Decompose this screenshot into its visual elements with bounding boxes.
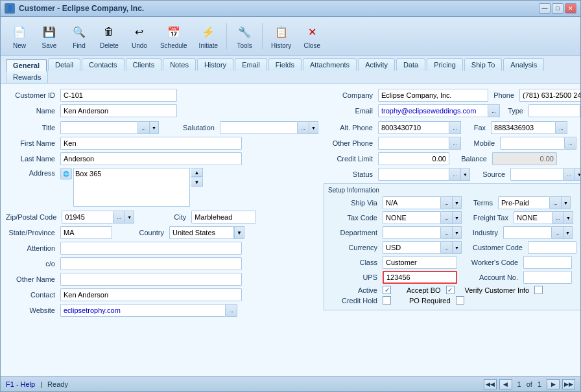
co-field[interactable] [60,257,242,270]
tab-analysis[interactable]: Analysis [503,58,544,71]
currency-dots-button[interactable]: ... [441,241,453,254]
minimize-button[interactable]: — [539,3,551,14]
state-field[interactable] [60,226,112,239]
address-field[interactable]: Box 365 [73,168,190,207]
mobile-dots-button[interactable]: ... [565,137,576,150]
status-dropdown-button[interactable]: ▼ [461,168,470,181]
po-required-checkbox[interactable] [456,296,464,305]
type-field[interactable] [528,104,580,117]
active-checkbox[interactable] [383,286,391,294]
country-dropdown-button[interactable]: ▼ [234,226,244,239]
nav-first-button[interactable]: ◀◀ [484,379,497,389]
nav-last-button[interactable]: ▶▶ [562,379,575,389]
title-field[interactable] [60,121,138,134]
other-name-field[interactable] [60,273,242,286]
other-phone-field[interactable] [378,137,449,150]
website-field[interactable] [60,304,226,317]
customer-id-field[interactable] [60,89,177,102]
tab-data[interactable]: Data [396,58,425,71]
contact-field[interactable] [60,288,242,301]
address-globe-button[interactable]: 🌐 [60,168,72,179]
email-goto-button[interactable]: ... [488,104,500,117]
maximize-button[interactable]: □ [552,3,563,14]
address-scroll-up[interactable]: ▲ [191,168,203,177]
title-dots-button[interactable]: ... [138,121,150,134]
terms-field[interactable] [498,196,550,209]
status-field[interactable] [378,168,449,181]
tab-contacts[interactable]: Contacts [82,58,124,71]
currency-field[interactable] [383,241,441,254]
salutation-dots-button[interactable]: ... [298,121,309,134]
status-dots-button[interactable]: ... [449,168,461,181]
ups-field[interactable] [383,271,457,284]
tools-button[interactable]: 🔧 Tools [231,19,258,52]
freight-tax-dots-button[interactable]: ... [552,211,564,224]
website-goto-button[interactable]: ... [226,304,237,317]
fax-field[interactable] [491,121,556,134]
tab-email[interactable]: Email [235,58,267,71]
currency-dropdown-button[interactable]: ▼ [453,241,462,254]
department-field[interactable] [383,226,441,239]
terms-dropdown-button[interactable]: ▼ [562,196,571,209]
tab-rewards[interactable]: Rewards [6,71,48,83]
tab-ship-to[interactable]: Ship To [464,58,503,71]
industry-field[interactable] [503,226,552,239]
name-field[interactable] [60,104,177,117]
tab-detail[interactable]: Detail [48,58,80,71]
tab-attachments[interactable]: Attachments [303,58,357,71]
salutation-dropdown-button[interactable]: ▼ [309,121,318,134]
last-name-field[interactable] [60,152,242,165]
ship-via-field[interactable] [383,196,441,209]
company-field[interactable] [378,89,488,102]
nav-next-button[interactable]: ▶ [547,379,560,389]
industry-dots-button[interactable]: ... [552,226,563,239]
class-field[interactable] [383,256,457,269]
mobile-field[interactable] [500,137,565,150]
ship-via-dots-button[interactable]: ... [441,196,453,209]
salutation-field[interactable] [220,121,298,134]
customer-code-field[interactable] [528,241,576,254]
fax-dots-button[interactable]: ... [556,121,567,134]
source-dots-button[interactable]: ... [563,168,575,181]
tax-code-field[interactable] [383,211,441,224]
other-phone-dots-button[interactable]: ... [449,137,461,150]
department-dropdown-button[interactable]: ▼ [453,226,462,239]
terms-dots-button[interactable]: ... [550,196,562,209]
close-button[interactable]: ✕ Close [298,19,326,52]
alt-phone-dots-button[interactable]: ... [449,121,461,134]
close-window-button[interactable]: ✕ [565,3,576,14]
schedule-button[interactable]: 📅 Schedule [156,19,192,52]
delete-button[interactable]: 🗑 Delete [95,19,123,52]
nav-prev-button[interactable]: ◀ [499,379,512,389]
help-text[interactable]: F1 - Help [6,380,35,388]
tab-activity[interactable]: Activity [358,58,395,71]
tab-history[interactable]: History [197,58,233,71]
workers-code-field[interactable] [523,256,572,269]
history-button[interactable]: 📋 History [267,19,296,52]
undo-button[interactable]: ↩ Undo [126,19,153,52]
department-dots-button[interactable]: ... [441,226,453,239]
credit-limit-field[interactable] [378,152,449,165]
source-dropdown-button[interactable]: ▼ [575,168,580,181]
city-field[interactable] [191,211,256,224]
tax-code-dropdown-button[interactable]: ▼ [453,211,462,224]
save-button[interactable]: 💾 Save [36,19,63,52]
country-field[interactable] [169,226,234,239]
account-no-field[interactable] [523,271,572,284]
tab-fields[interactable]: Fields [268,58,302,71]
zip-field[interactable] [62,211,113,224]
tab-clients[interactable]: Clients [126,58,162,71]
zip-dots-button[interactable]: ... [113,211,125,224]
tab-pricing[interactable]: Pricing [427,58,463,71]
alt-phone-field[interactable] [378,121,449,134]
tab-general[interactable]: General [6,59,47,71]
email-field[interactable] [378,104,488,117]
credit-hold-checkbox[interactable] [383,296,391,305]
new-button[interactable]: 📄 New [6,19,33,52]
find-button[interactable]: 🔍 Find [65,19,93,52]
accept-bo-checkbox[interactable] [446,286,455,294]
industry-dropdown-button[interactable]: ▼ [563,226,573,239]
tab-notes[interactable]: Notes [163,58,196,71]
tax-code-dots-button[interactable]: ... [441,211,453,224]
verify-checkbox[interactable] [534,286,543,294]
